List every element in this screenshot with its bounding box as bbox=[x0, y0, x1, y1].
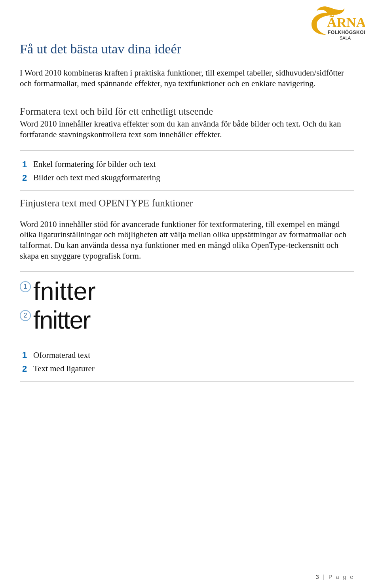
divider bbox=[20, 190, 354, 191]
logo: ÃRNA FOLKHÖGSKOLA SALA bbox=[294, 5, 365, 43]
callout-number-icon: 1 bbox=[20, 281, 31, 292]
list-number-icon: 1 bbox=[22, 348, 28, 362]
example-word-ligature: fnitter bbox=[33, 308, 90, 333]
list-item: 2 Text med ligaturer bbox=[22, 362, 354, 376]
list-item: 1 Enkel formatering för bilder och text bbox=[22, 158, 354, 171]
section1-body: Word 2010 innehåller kreativa effekter s… bbox=[20, 119, 354, 140]
page-separator: | bbox=[323, 574, 326, 580]
list-item: 2 Bilder och text med skuggformatering bbox=[22, 171, 354, 185]
section2-body: Word 2010 innehåller stöd för avancerade… bbox=[20, 219, 354, 261]
page-title: Få ut det bästa utav dina ideér bbox=[20, 42, 354, 57]
list-item-label: Oformaterad text bbox=[33, 349, 90, 362]
divider bbox=[20, 150, 354, 151]
section1-list: 1 Enkel formatering för bilder och text … bbox=[22, 158, 354, 185]
list-item-label: Enkel formatering för bilder och text bbox=[33, 158, 156, 171]
example-word-plain: fnitter bbox=[33, 279, 96, 304]
svg-text:SALA: SALA bbox=[340, 36, 351, 40]
page-label: P a g e bbox=[329, 574, 354, 580]
section2-legend: 1 Oformaterad text 2 Text med ligaturer bbox=[22, 348, 354, 375]
list-number-icon: 1 bbox=[22, 158, 28, 171]
list-item-label: Bilder och text med skuggformatering bbox=[33, 171, 160, 184]
section2-heading: Finjustera text med OPENTYPE funktioner bbox=[20, 198, 354, 209]
divider bbox=[20, 381, 354, 382]
section1-heading: Formatera text och bild för ett enhetlig… bbox=[20, 106, 354, 117]
example-row: 1 fnitter bbox=[20, 279, 354, 304]
list-number-icon: 2 bbox=[22, 171, 28, 185]
intro-paragraph: I Word 2010 kombineras kraften i praktis… bbox=[20, 68, 354, 89]
divider bbox=[20, 271, 354, 272]
list-item-label: Text med ligaturer bbox=[33, 362, 95, 375]
ligature-example: 1 fnitter 2 fnitter bbox=[20, 279, 354, 333]
list-item: 1 Oformaterad text bbox=[22, 348, 354, 362]
svg-text:FOLKHÖGSKOLA: FOLKHÖGSKOLA bbox=[328, 29, 365, 35]
page-footer: 3 | P a g e bbox=[316, 574, 354, 580]
svg-text:ÃRNA: ÃRNA bbox=[327, 15, 365, 30]
list-number-icon: 2 bbox=[22, 362, 28, 376]
example-row: 2 fnitter bbox=[20, 308, 354, 333]
page-number: 3 bbox=[316, 574, 319, 580]
callout-number-icon: 2 bbox=[20, 310, 31, 321]
